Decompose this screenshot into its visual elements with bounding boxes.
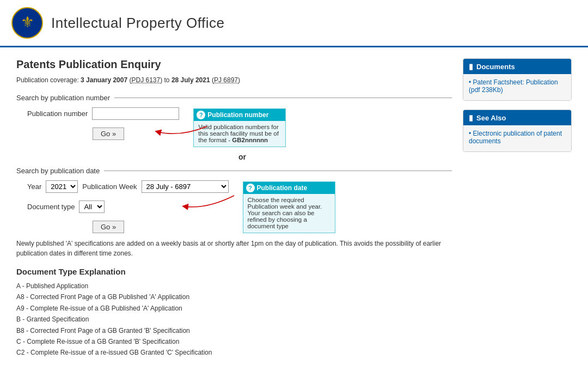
doc-type-item-c: C - Complete Re-issue of a GB Granted 'B…	[16, 336, 452, 347]
pub-number-title-bar: Search by publication number	[16, 94, 452, 102]
coverage-end-bold: 28 July 2021	[171, 76, 210, 84]
documents-panel: ▮ Documents Patent Factsheet: Publicatio…	[463, 58, 572, 101]
right-panel: ▮ Documents Patent Factsheet: Publicatio…	[463, 58, 572, 358]
coverage-text: Publication coverage: 3 January 2007 (PD…	[16, 76, 452, 84]
or-separator: or	[33, 153, 452, 161]
doc-type-item-a: A - Published Application	[16, 281, 452, 291]
coverage-start-abbr: PDJ 6137	[131, 76, 160, 84]
pub-date-tooltip-icon: ?	[246, 184, 255, 192]
pub-date-tooltip-header: ? Publication date	[243, 182, 335, 194]
pub-number-tooltip-body: Valid publication numbers for this searc…	[198, 124, 279, 143]
see-also-panel-header: ▮ See Also	[463, 110, 571, 125]
year-label: Year	[27, 183, 41, 191]
year-row: Year 2021 2020 2019 2018 Publication Wee…	[27, 180, 229, 193]
doc-type-list: A - Published Application A8 - Corrected…	[16, 281, 452, 358]
pub-date-fields-col: Year 2021 2020 2019 2018 Publication Wee…	[22, 180, 229, 233]
see-also-panel: ▮ See Also Electronic publication of pat…	[463, 110, 572, 152]
documents-panel-title: Documents	[476, 63, 515, 71]
doc-type-item-a9: A9 - Complete Re-issue of a GB Published…	[16, 303, 452, 314]
pub-number-section-title: Search by publication number	[16, 94, 110, 102]
pub-date-fields-area: Year 2021 2020 2019 2018 Publication Wee…	[22, 180, 452, 233]
patent-factsheet-link[interactable]: Patent Factsheet: Publication (pdf 238Kb…	[469, 78, 566, 94]
info-text: Newly published 'A' specifications are a…	[16, 239, 452, 258]
pub-date-title-bar: Search by publication date	[16, 167, 452, 175]
coverage-prefix: Publication coverage:	[16, 76, 81, 84]
pub-number-fields-area: Publication number Go » ? Publication nu…	[22, 107, 452, 147]
pub-number-input-row: Publication number	[27, 107, 179, 120]
electronic-publication-link[interactable]: Electronic publication of patent documen…	[469, 130, 566, 145]
page-heading: Patents Publication Enquiry	[16, 58, 452, 71]
pub-number-tooltip-title: Publication number	[207, 111, 268, 119]
search-by-pub-number-section: Search by publication number Publication…	[16, 94, 452, 147]
pub-date-go-button[interactable]: Go »	[93, 221, 124, 233]
doc-type-item-b: B - Granted Specification	[16, 314, 452, 325]
pub-number-divider	[114, 98, 452, 98]
doctype-label: Document type	[27, 203, 75, 211]
doctype-row: Document type All A A8 A9 B B8 C C2	[27, 200, 229, 213]
documents-panel-header: ▮ Documents	[463, 59, 571, 74]
pub-date-section-title: Search by publication date	[16, 167, 100, 175]
doc-type-item-c2: C2 - Complete Re-issue of a re-issued GB…	[16, 347, 452, 358]
doc-type-heading: Document Type Explanation	[16, 267, 452, 276]
pub-date-tooltip-title: Publication date	[257, 184, 308, 192]
ipo-logo: ⚜	[11, 7, 44, 39]
header: ⚜ Intellectual Property Office	[0, 0, 588, 47]
main-content: Patents Publication Enquiry Publication …	[0, 47, 588, 369]
pub-number-tooltip: ? Publication number Valid publication n…	[193, 108, 286, 147]
doctype-select[interactable]: All A A8 A9 B B8 C C2	[79, 200, 105, 213]
pub-number-tooltip-header: ? Publication number	[194, 109, 285, 121]
search-by-date-section: Search by publication date Year 2021 202…	[16, 167, 452, 233]
pub-number-input[interactable]	[92, 107, 179, 120]
see-also-panel-title: See Also	[476, 114, 506, 122]
doc-type-item-a8: A8 - Corrected Front Page of a GB Publis…	[16, 291, 452, 302]
pub-date-tooltip: ? Publication date Choose the required P…	[243, 181, 335, 233]
week-select[interactable]: 28 July - 6897 21 July - 6896 14 July - …	[142, 180, 229, 193]
pub-number-go-button[interactable]: Go »	[93, 127, 124, 140]
documents-panel-body: Patent Factsheet: Publication (pdf 238Kb…	[463, 74, 571, 100]
see-also-panel-body: Electronic publication of patent documen…	[463, 125, 571, 151]
coverage-end-abbr: PJ 6897	[214, 76, 238, 84]
documents-bookmark-icon: ▮	[469, 62, 473, 71]
week-label: Publication Week	[82, 183, 137, 191]
pub-date-divider	[104, 171, 452, 171]
doc-type-item-b8: B8 - Corrected Front Page of a GB Grante…	[16, 325, 452, 336]
pub-number-tooltip-icon: ?	[197, 111, 205, 119]
year-select[interactable]: 2021 2020 2019 2018	[46, 180, 78, 193]
left-panel: Patents Publication Enquiry Publication …	[16, 58, 452, 358]
pub-number-fields-col: Publication number Go »	[22, 107, 179, 140]
see-also-bookmark-icon: ▮	[469, 113, 473, 122]
pub-date-tooltip-body: Choose the required Publication week and…	[248, 197, 322, 229]
svg-text:⚜: ⚜	[21, 14, 34, 31]
pub-number-label: Publication number	[27, 110, 88, 118]
site-title: Intellectual Property Office	[51, 15, 224, 32]
coverage-start-bold: 3 January 2007	[81, 76, 127, 84]
